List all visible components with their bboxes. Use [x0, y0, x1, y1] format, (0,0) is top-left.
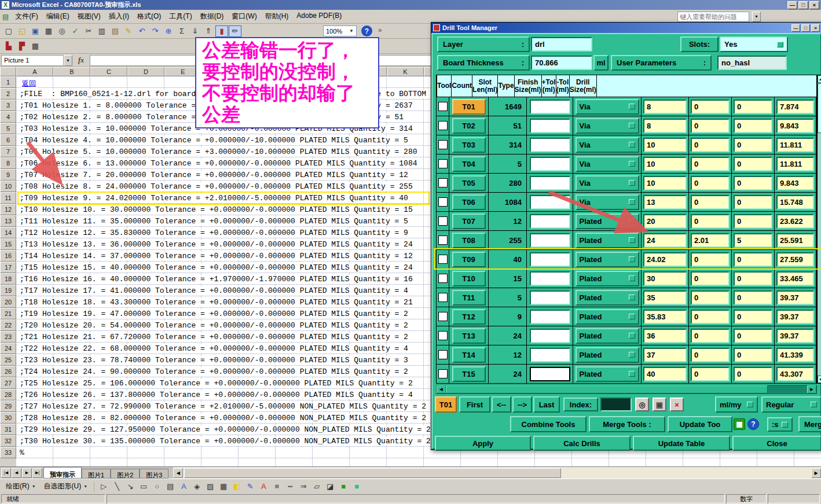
- row-header[interactable]: 6: [0, 134, 16, 146]
- next-sheet-button[interactable]: ▶: [22, 468, 32, 478]
- drill-tool-icon[interactable]: [438, 369, 448, 378]
- finish-size-input[interactable]: 8: [643, 119, 687, 133]
- wordart-icon[interactable]: A: [177, 481, 190, 492]
- sheet-tab[interactable]: 图片2: [111, 469, 140, 479]
- table-horizontal-scrollbar[interactable]: ◀ ▶: [436, 385, 817, 394]
- column-header[interactable]: B: [53, 67, 90, 76]
- row-header[interactable]: 5: [0, 123, 16, 134]
- column-header[interactable]: C: [90, 67, 127, 76]
- minimize-button[interactable]: —: [787, 1, 797, 9]
- drill-size-input[interactable]: 9.843: [776, 119, 814, 133]
- drill-tool-icon[interactable]: [438, 274, 448, 283]
- tool-button[interactable]: T15: [452, 366, 486, 382]
- finish-size-input[interactable]: 10: [643, 157, 687, 171]
- font-color-icon[interactable]: A: [257, 481, 270, 492]
- tool-button[interactable]: T06: [452, 194, 486, 210]
- slot-len-input[interactable]: [530, 367, 570, 381]
- next-button[interactable]: -->: [512, 396, 532, 413]
- finish-size-input[interactable]: 36: [643, 329, 687, 343]
- slot-len-input[interactable]: [530, 310, 570, 324]
- drill-tool-icon[interactable]: [438, 216, 448, 226]
- menu-item[interactable]: Adobe PDF(B): [292, 10, 346, 23]
- autoshapes-button[interactable]: 自选图形(U)▼: [41, 480, 91, 492]
- row-header[interactable]: 13: [0, 215, 16, 227]
- type-dropdown[interactable]: Plated: [576, 290, 639, 306]
- minus-tol-input[interactable]: 0: [734, 176, 772, 190]
- tool-button[interactable]: T03: [452, 137, 486, 153]
- tool-button[interactable]: T07: [452, 214, 486, 229]
- custom-tool-icon[interactable]: ▦: [29, 41, 42, 52]
- picture-icon[interactable]: ▦: [217, 481, 230, 492]
- tool-button[interactable]: T10: [452, 271, 486, 286]
- row-header[interactable]: 9: [0, 169, 16, 181]
- type-dropdown[interactable]: Via: [576, 118, 639, 134]
- row-header[interactable]: 31: [0, 424, 16, 435]
- row-header[interactable]: 8: [0, 157, 16, 169]
- row-header[interactable]: 21: [0, 308, 16, 319]
- tool-button[interactable]: T04: [452, 156, 486, 172]
- row-header[interactable]: 32: [0, 435, 16, 447]
- oval-icon[interactable]: ○: [151, 481, 163, 492]
- scroll-up-icon[interactable]: ▲: [818, 75, 821, 83]
- first-button[interactable]: First: [459, 396, 490, 413]
- units-dropdown[interactable]: ml/my: [715, 396, 758, 413]
- row-header[interactable]: 25: [0, 354, 16, 366]
- toolbar-options-icon[interactable]: »: [378, 26, 382, 34]
- drill-tool-icon[interactable]: [438, 255, 448, 264]
- drill-size-input[interactable]: 7.874: [776, 100, 814, 114]
- open-icon[interactable]: ◱: [16, 25, 28, 37]
- minus-tol-input[interactable]: 0: [734, 252, 772, 267]
- scroll-down-icon[interactable]: ▼: [818, 376, 821, 383]
- finish-size-input[interactable]: 24: [643, 233, 687, 248]
- dash-style-icon[interactable]: ┅: [284, 481, 296, 492]
- panel-icon-button[interactable]: ▣: [653, 398, 666, 411]
- last-button[interactable]: Last: [533, 396, 560, 413]
- minus-tol-input[interactable]: 0: [734, 138, 772, 152]
- name-box-dropdown-icon[interactable]: ▼: [64, 55, 72, 66]
- plus-tol-input[interactable]: 2.01: [691, 233, 730, 248]
- sheet-tab[interactable]: 预审指示: [43, 467, 82, 479]
- drill-size-input[interactable]: 39.37: [776, 290, 814, 305]
- column-header[interactable]: A: [16, 67, 53, 76]
- snap-icon-button[interactable]: ▦: [734, 418, 745, 430]
- row-header[interactable]: 10: [0, 181, 16, 192]
- slot-len-input[interactable]: [530, 271, 570, 286]
- select-pointer-icon[interactable]: ▷: [97, 481, 110, 492]
- slot-len-input[interactable]: [530, 100, 570, 114]
- column-header[interactable]: D: [127, 67, 164, 76]
- row-header[interactable]: 11: [0, 192, 16, 204]
- close-button[interactable]: ×: [811, 24, 820, 32]
- pdf-icon[interactable]: ▙: [2, 41, 15, 52]
- type-dropdown[interactable]: Plated: [576, 214, 639, 229]
- plus-tol-input[interactable]: 0: [691, 310, 730, 324]
- drill-tool-icon[interactable]: [438, 331, 448, 340]
- row-header[interactable]: 12: [0, 204, 16, 215]
- draw-menu-button[interactable]: 绘图(R)▼: [2, 480, 39, 492]
- scroll-left-icon[interactable]: ◀: [173, 468, 183, 478]
- help-icon-button[interactable]: ?: [747, 418, 759, 430]
- plus-tol-input[interactable]: 0: [691, 329, 730, 343]
- remove-icon-button[interactable]: ×: [670, 398, 684, 411]
- row-header[interactable]: 15: [0, 238, 16, 250]
- drill-size-input[interactable]: 43.307: [776, 367, 814, 381]
- menu-item[interactable]: 格式(O): [133, 10, 165, 23]
- finish-size-input[interactable]: 37: [643, 348, 687, 362]
- shadow-style-icon[interactable]: ▱: [310, 481, 323, 492]
- fx-icon[interactable]: fx: [78, 56, 84, 65]
- plus-tol-input[interactable]: 0: [691, 157, 730, 171]
- finish-size-input[interactable]: 10: [643, 176, 687, 190]
- line-style-icon[interactable]: ≡: [270, 481, 283, 492]
- scroll-right-icon[interactable]: ▶: [811, 468, 821, 478]
- row-header[interactable]: 20: [0, 296, 16, 308]
- row-header[interactable]: 19: [0, 285, 16, 296]
- line-icon[interactable]: ╲: [111, 481, 123, 492]
- slot-len-input[interactable]: [530, 119, 570, 133]
- type-dropdown[interactable]: Plated: [576, 309, 639, 325]
- hyperlink-icon[interactable]: ⊕: [162, 25, 175, 37]
- layer-input[interactable]: drl: [531, 37, 592, 51]
- line-color-icon[interactable]: ✎: [244, 481, 256, 492]
- plus-tol-input[interactable]: 0: [691, 271, 730, 286]
- prev-sheet-button[interactable]: ◀: [12, 468, 21, 478]
- type-dropdown[interactable]: Via: [576, 137, 639, 153]
- menu-item[interactable]: 帮助(H): [261, 10, 293, 23]
